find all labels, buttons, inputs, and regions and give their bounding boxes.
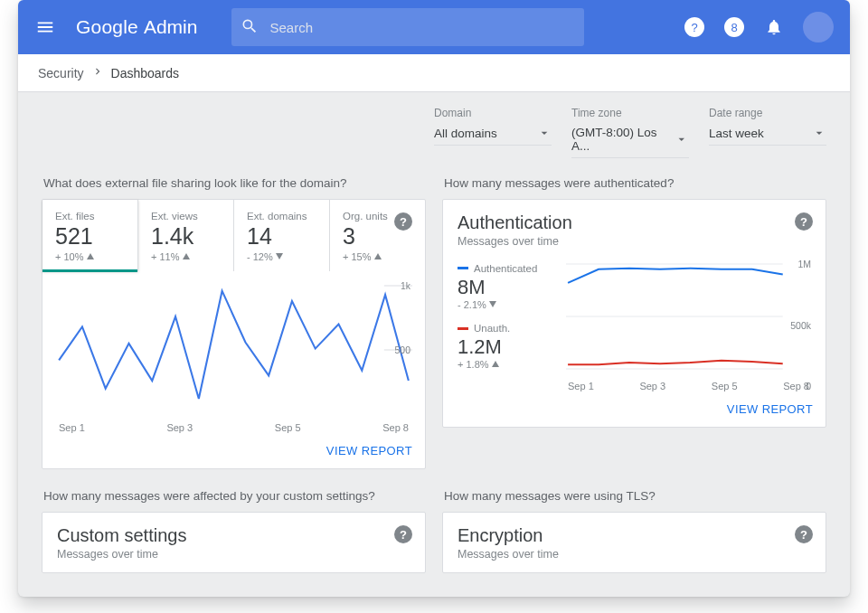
arrow-down-icon — [276, 253, 283, 260]
chevron-down-icon — [675, 132, 689, 146]
arrow-up-icon — [492, 361, 499, 368]
brand-logo: Google Admin — [76, 16, 197, 38]
encryption-card: ? Encryption Messages over time — [442, 512, 826, 573]
legend-item: Authenticated — [458, 263, 537, 274]
svg-text:500: 500 — [395, 345, 411, 355]
domain-label: Domain — [434, 107, 552, 119]
stat-label: Ext. domains — [247, 211, 316, 222]
account-avatar[interactable] — [803, 12, 834, 42]
auth-card: ? Authentication Messages over time Auth… — [442, 199, 826, 428]
x-tick: Sep 1 — [59, 422, 85, 433]
stat-value: 14 — [247, 223, 316, 250]
stat-value: 521 — [55, 223, 125, 250]
custom-help-icon[interactable]: ? — [394, 525, 412, 543]
x-tick: Sep 5 — [275, 422, 301, 433]
series-value: 1.2M — [458, 335, 566, 359]
custom-title: Custom settings — [57, 525, 410, 546]
arrow-up-icon — [374, 253, 382, 260]
stat-change: + 11% — [151, 251, 221, 262]
arrow-down-icon — [489, 301, 496, 308]
auth-line-chart — [566, 259, 811, 374]
daterange-dropdown[interactable]: Date range Last week — [709, 107, 826, 158]
legend-swatch — [458, 327, 468, 330]
sharing-stat-tab[interactable]: Ext. domains14- 12% — [234, 200, 330, 271]
encryption-section: How many messages were using TLS? ? Encr… — [442, 486, 826, 573]
stat-label: Ext. views — [151, 211, 221, 222]
x-tick: Sep 8 — [783, 381, 809, 391]
breadcrumb-root[interactable]: Security — [38, 66, 84, 80]
auth-x-axis: Sep 1Sep 3Sep 5Sep 8 — [566, 377, 811, 391]
stat-label: Org. units — [343, 211, 412, 222]
auth-view-report[interactable]: VIEW REPORT — [727, 402, 813, 416]
brand-google: Google — [76, 16, 138, 38]
menu-icon[interactable] — [27, 9, 63, 45]
sharing-line-chart: 1k500 — [55, 282, 412, 418]
top-app-bar: Google Admin ? 8 — [18, 0, 850, 54]
stat-change: + 15% — [343, 251, 412, 262]
auth-series-block: Authenticated8M- 2.1% — [458, 259, 566, 310]
x-tick: Sep 3 — [166, 422, 193, 433]
legend-swatch — [458, 267, 468, 269]
search-input[interactable] — [268, 19, 575, 36]
breadcrumb: Security Dashboards — [18, 54, 850, 92]
apps-icon[interactable]: 8 — [716, 9, 752, 45]
chevron-right-icon — [91, 65, 104, 80]
chevron-down-icon — [812, 126, 826, 140]
series-change: - 2.1% — [458, 299, 566, 310]
filter-bar: Domain All domains Time zone (GMT-8:00) … — [434, 107, 826, 158]
encryption-title: Encryption — [458, 525, 811, 546]
search-icon — [241, 17, 259, 38]
sharing-chart: 1k500 Sep 1Sep 3Sep 5Sep 8 — [42, 271, 425, 439]
sharing-x-axis: Sep 1Sep 3Sep 5Sep 8 — [55, 420, 412, 433]
encryption-help-icon[interactable]: ? — [795, 525, 813, 543]
domain-value[interactable]: All domains — [434, 123, 552, 146]
sharing-stat-tab[interactable]: Ext. files521+ 10% — [42, 200, 138, 271]
custom-subtitle: Messages over time — [57, 548, 410, 561]
timezone-dropdown[interactable]: Time zone (GMT-8:00) Los A... — [571, 107, 689, 158]
topbar-actions: ? 8 — [676, 9, 834, 45]
x-tick: Sep 5 — [712, 381, 738, 391]
series-value: 8M — [458, 276, 566, 299]
x-tick: Sep 1 — [568, 381, 594, 391]
stat-change: + 10% — [55, 251, 125, 262]
timezone-label: Time zone — [571, 107, 689, 119]
daterange-value[interactable]: Last week — [709, 123, 826, 146]
stat-value: 3 — [343, 223, 412, 250]
stat-label: Ext. files — [55, 211, 125, 222]
custom-card: ? Custom settings Messages over time — [42, 512, 426, 573]
sharing-stat-tab[interactable]: Ext. views1.4k+ 11% — [138, 200, 234, 271]
admin-window: Google Admin ? 8 Security — [18, 0, 850, 597]
timezone-value[interactable]: (GMT-8:00) Los A... — [571, 123, 689, 158]
auth-section: How many messages were authenticated? ? … — [442, 173, 826, 469]
auth-title: Authentication — [458, 212, 811, 233]
auth-series-list: Authenticated8M- 2.1% Unauth.1.2M+ 1.8% — [458, 259, 566, 391]
brand-admin: Admin — [144, 16, 198, 38]
auth-subtitle: Messages over time — [458, 235, 811, 248]
stat-change: - 12% — [247, 251, 316, 262]
stat-value: 1.4k — [151, 223, 221, 250]
arrow-up-icon — [183, 253, 190, 260]
search-box[interactable] — [231, 8, 584, 46]
encryption-question: How many messages were using TLS? — [444, 489, 826, 503]
breadcrumb-current: Dashboards — [111, 66, 180, 80]
daterange-label: Date range — [709, 107, 826, 119]
sharing-section: What does external file sharing look lik… — [42, 173, 426, 469]
auth-series-block: Unauth.1.2M+ 1.8% — [458, 319, 566, 371]
sharing-question: What does external file sharing look lik… — [43, 176, 426, 190]
custom-section: How many messages were affected by your … — [42, 486, 426, 573]
domain-dropdown[interactable]: Domain All domains — [434, 107, 552, 158]
svg-text:1k: 1k — [401, 282, 411, 291]
encryption-subtitle: Messages over time — [458, 548, 811, 561]
sharing-view-report[interactable]: VIEW REPORT — [326, 444, 412, 457]
notifications-icon[interactable] — [756, 9, 792, 45]
sharing-card: ? Ext. files521+ 10% Ext. views1.4k+ 11%… — [42, 199, 426, 469]
help-icon[interactable]: ? — [676, 9, 712, 45]
sharing-stat-tab[interactable]: Org. units3+ 15% — [330, 200, 425, 271]
custom-question: How many messages were affected by your … — [43, 489, 426, 503]
chevron-down-icon — [537, 126, 552, 140]
x-tick: Sep 3 — [639, 381, 665, 391]
sharing-stats: Ext. files521+ 10% Ext. views1.4k+ 11% E… — [42, 200, 425, 271]
auth-help-icon[interactable]: ? — [795, 212, 813, 231]
auth-question: How many messages were authenticated? — [444, 176, 826, 190]
x-tick: Sep 8 — [382, 422, 409, 433]
